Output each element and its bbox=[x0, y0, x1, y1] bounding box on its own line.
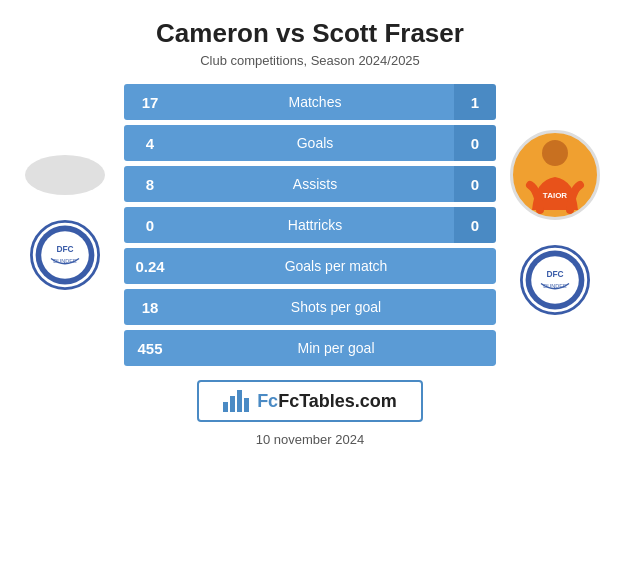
fctables-branding: FcFcTables.com bbox=[197, 380, 423, 422]
page-header: Cameron vs Scott Fraser Club competition… bbox=[136, 0, 484, 74]
stat-label-text: Hattricks bbox=[176, 207, 454, 243]
dundee-badge-left: DFC DUNDEE bbox=[25, 215, 105, 295]
svg-point-2 bbox=[41, 231, 89, 279]
stat-left-value: 0 bbox=[124, 207, 176, 243]
dundee-badge-right: DFC DUNDEE bbox=[515, 240, 595, 320]
stat-row-goals: 4Goals0 bbox=[124, 125, 496, 161]
stat-left-value: 18 bbox=[124, 289, 176, 325]
stat-right-value: 1 bbox=[454, 84, 496, 120]
page-title: Cameron vs Scott Fraser bbox=[156, 18, 464, 49]
stat-row-shots-per-goal: 18Shots per goal bbox=[124, 289, 496, 325]
stat-row-matches: 17Matches1 bbox=[124, 84, 496, 120]
left-logos: DFC DUNDEE bbox=[10, 155, 120, 295]
stat-row-goals-per-match: 0.24Goals per match bbox=[124, 248, 496, 284]
stat-row-min-per-goal: 455Min per goal bbox=[124, 330, 496, 366]
stat-left-value: 4 bbox=[124, 125, 176, 161]
stat-left-value: 455 bbox=[124, 330, 176, 366]
date-text: 10 november 2024 bbox=[256, 432, 364, 447]
footer: FcFcTables.com 10 november 2024 bbox=[197, 380, 423, 447]
svg-point-9 bbox=[531, 256, 579, 304]
stat-label-text: Shots per goal bbox=[176, 289, 496, 325]
main-content: DFC DUNDEE 17Matches14Goals08Assists00Ha… bbox=[0, 74, 620, 366]
stats-table: 17Matches14Goals08Assists00Hattricks00.2… bbox=[124, 84, 496, 366]
stat-label-text: Matches bbox=[176, 84, 454, 120]
svg-point-5 bbox=[542, 140, 568, 166]
stat-label-text: Assists bbox=[176, 166, 454, 202]
stat-row-assists: 8Assists0 bbox=[124, 166, 496, 202]
chart-icon bbox=[223, 390, 249, 412]
stat-right-value: 0 bbox=[454, 125, 496, 161]
stat-right-value: 0 bbox=[454, 207, 496, 243]
stat-label-text: Goals per match bbox=[176, 248, 496, 284]
stat-label-text: Goals bbox=[176, 125, 454, 161]
svg-text:DFC: DFC bbox=[56, 244, 73, 254]
stat-left-value: 0.24 bbox=[124, 248, 176, 284]
svg-text:TAIOR: TAIOR bbox=[543, 191, 568, 200]
right-logos: TAIOR DFC DUNDEE bbox=[500, 130, 610, 320]
stat-label-text: Min per goal bbox=[176, 330, 496, 366]
brand-text: FcFcTables.com bbox=[257, 391, 397, 412]
stat-right-value: 0 bbox=[454, 166, 496, 202]
svg-text:DFC: DFC bbox=[546, 269, 563, 279]
stat-row-hattricks: 0Hattricks0 bbox=[124, 207, 496, 243]
cameron-logo-placeholder bbox=[25, 155, 105, 195]
subtitle: Club competitions, Season 2024/2025 bbox=[156, 53, 464, 68]
player-avatar: TAIOR bbox=[510, 130, 600, 220]
stat-left-value: 8 bbox=[124, 166, 176, 202]
stat-left-value: 17 bbox=[124, 84, 176, 120]
